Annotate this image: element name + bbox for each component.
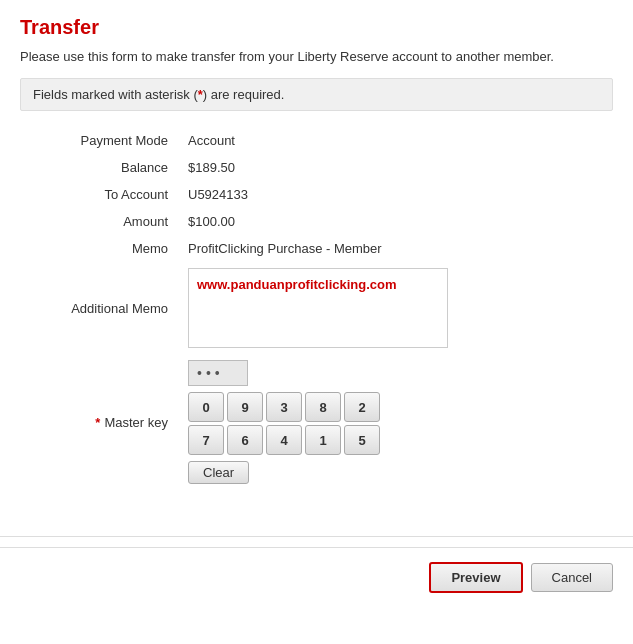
form-table: Payment Mode Account Balance $189.50 To … — [20, 127, 613, 490]
balance-label: Balance — [20, 154, 180, 181]
key-button-9[interactable]: 9 — [227, 392, 263, 422]
cancel-button[interactable]: Cancel — [531, 563, 613, 592]
key-button-8[interactable]: 8 — [305, 392, 341, 422]
page-title: Transfer — [20, 16, 613, 39]
key-button-1[interactable]: 1 — [305, 425, 341, 455]
master-key-row: *Master key ••• 0938276415 Clear — [20, 354, 613, 490]
key-button-7[interactable]: 7 — [188, 425, 224, 455]
key-button-6[interactable]: 6 — [227, 425, 263, 455]
memo-row: Memo ProfitClicking Purchase - Member — [20, 235, 613, 262]
master-key-label-cell: *Master key — [20, 354, 180, 490]
amount-row: Amount $100.00 — [20, 208, 613, 235]
memo-value: ProfitClicking Purchase - Member — [180, 235, 613, 262]
key-button-0[interactable]: 0 — [188, 392, 224, 422]
page-container: Transfer Please use this form to make tr… — [0, 0, 633, 526]
master-key-label-text: Master key — [104, 415, 168, 430]
balance-row: Balance $189.50 — [20, 154, 613, 181]
preview-button[interactable]: Preview — [429, 562, 522, 593]
master-key-display: ••• — [188, 360, 248, 386]
to-account-row: To Account U5924133 — [20, 181, 613, 208]
key-button-3[interactable]: 3 — [266, 392, 302, 422]
key-button-4[interactable]: 4 — [266, 425, 302, 455]
key-button-2[interactable]: 2 — [344, 392, 380, 422]
key-button-5[interactable]: 5 — [344, 425, 380, 455]
footer-divider — [0, 536, 633, 537]
clear-button[interactable]: Clear — [188, 461, 249, 484]
additional-memo-label: Additional Memo — [20, 262, 180, 354]
to-account-label: To Account — [20, 181, 180, 208]
required-note: Fields marked with asterisk (*) are requ… — [20, 78, 613, 111]
balance-value: $189.50 — [180, 154, 613, 181]
to-account-value: U5924133 — [180, 181, 613, 208]
keypad: 0938276415 — [188, 392, 605, 455]
required-note-text-after: ) are required. — [203, 87, 285, 102]
memo-link[interactable]: www.panduanprofitclicking.com — [197, 277, 397, 292]
payment-mode-label: Payment Mode — [20, 127, 180, 154]
amount-label: Amount — [20, 208, 180, 235]
additional-memo-cell: www.panduanprofitclicking.com — [180, 262, 613, 354]
footer-bar: Preview Cancel — [0, 547, 633, 607]
payment-mode-row: Payment Mode Account — [20, 127, 613, 154]
required-note-text-before: Fields marked with asterisk ( — [33, 87, 198, 102]
required-star: * — [95, 415, 100, 430]
additional-memo-row: Additional Memo www.panduanprofitclickin… — [20, 262, 613, 354]
page-description: Please use this form to make transfer fr… — [20, 49, 613, 64]
amount-value: $100.00 — [180, 208, 613, 235]
master-key-value-cell: ••• 0938276415 Clear — [180, 354, 613, 490]
additional-memo-box: www.panduanprofitclicking.com — [188, 268, 448, 348]
clear-btn-container: Clear — [188, 461, 605, 484]
payment-mode-value: Account — [180, 127, 613, 154]
memo-label: Memo — [20, 235, 180, 262]
